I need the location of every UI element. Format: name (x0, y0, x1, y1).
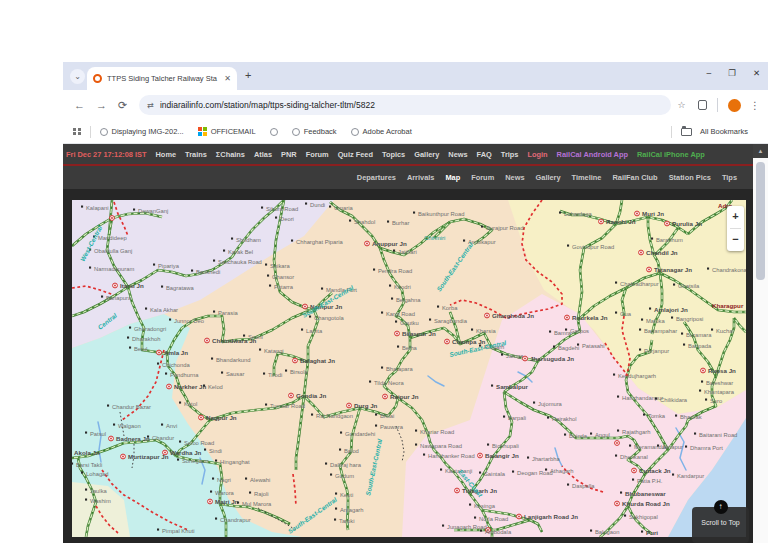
extensions-icon[interactable] (698, 100, 708, 110)
station-nav: DeparturesArrivalsMapForumNewsGalleryTim… (63, 166, 753, 189)
site-nav-item[interactable]: FAQ (477, 150, 492, 159)
site-nav-item[interactable]: Topics (382, 150, 405, 159)
junction-marker-dot (479, 455, 481, 457)
site-nav-item[interactable]: Quiz Feed (338, 150, 373, 159)
station-nav-news[interactable]: News (505, 173, 524, 182)
junction-marker-dot (518, 516, 520, 518)
map-station-label: Chilikidara (660, 397, 688, 403)
tab-search-button[interactable]: ⌄ (70, 69, 85, 84)
junction-marker-dot (168, 386, 170, 388)
map-station-label: Bilaspur Jn (402, 330, 436, 337)
map-station-label: Taroki (339, 518, 354, 524)
station-nav-timeline[interactable]: Timeline (572, 173, 602, 182)
site-nav-item[interactable]: Home (156, 150, 177, 159)
station-marker (512, 471, 514, 473)
station-marker (387, 221, 389, 223)
forward-button[interactable]: → (96, 99, 107, 111)
map-station-label: Burhar (392, 220, 409, 226)
scrollbar-thumb[interactable] (756, 162, 765, 280)
reload-button[interactable]: ⟳ (118, 99, 127, 112)
junction-marker-dot (396, 333, 398, 335)
browser-menu-icon[interactable]: ⋮ (750, 100, 760, 111)
map-station-label: Saintala (484, 471, 506, 477)
site-nav-item[interactable]: Trains (185, 150, 207, 159)
bookmark-item[interactable] (270, 128, 278, 136)
map-station-label: Wardha Jn (170, 449, 202, 456)
map-station-label: Balaghat Jn (300, 357, 335, 364)
page-content: Fri Dec 27 17:12:08 IST HomeTrainsΣChain… (63, 144, 753, 543)
junction-marker-dot (616, 442, 618, 444)
tab-close-icon[interactable]: ✕ (224, 74, 231, 83)
station-marker (429, 319, 431, 321)
bookmark-item[interactable]: Adobe Acrobat (351, 127, 412, 136)
site-nav-item[interactable]: Login (527, 150, 547, 159)
site-nav-item[interactable]: News (448, 150, 467, 159)
address-bar[interactable]: ⇄ indiarailinfo.com/station/map/ttps-sid… (139, 95, 671, 115)
window-maximize-button[interactable]: ❐ (728, 68, 736, 78)
map-station-label: Keoti (340, 492, 353, 498)
station-nav-departures[interactable]: Departures (357, 173, 396, 182)
scroll-to-top-button[interactable]: ↑ Scroll to Top (692, 507, 749, 543)
station-marker (269, 285, 271, 287)
station-nav-station-pics[interactable]: Station Pics (669, 173, 711, 182)
site-nav-item[interactable]: Forum (306, 150, 329, 159)
station-marker (577, 344, 579, 346)
station-marker (641, 319, 643, 321)
bookmark-item[interactable]: Displaying IMG-202... (100, 127, 184, 136)
map-station-label: Shikara (270, 263, 290, 269)
junction-marker-dot (566, 317, 568, 319)
station-nav-railfan-club[interactable]: RailFan Club (612, 173, 657, 182)
junction-marker-dot (446, 341, 448, 343)
site-nav-item[interactable]: PNR (281, 150, 297, 159)
site-nav-item[interactable]: RailCal Android App (557, 150, 628, 159)
bookmark-item[interactable]: Feedback (292, 127, 337, 136)
map-station-label: Chandil Jn (646, 249, 678, 256)
browser-tab[interactable]: TTPS Siding Talcher Railway Sta ✕ (87, 67, 237, 90)
map-station-label: Khurda Road Jn (622, 500, 670, 507)
map-station-label: Angul (595, 432, 610, 438)
station-marker (590, 530, 592, 532)
station-marker (675, 415, 677, 417)
junction-marker-dot (648, 269, 650, 271)
site-settings-icon[interactable]: ⇄ (147, 101, 154, 110)
site-nav-item[interactable]: Gallery (414, 150, 439, 159)
window-close-button[interactable]: ✕ (753, 68, 760, 78)
zoom-in-button[interactable]: + (727, 206, 744, 228)
url-text[interactable]: indiarailinfo.com/station/map/ttps-sidin… (160, 100, 664, 110)
all-bookmarks-button[interactable]: All Bookmarks (681, 127, 748, 136)
site-nav-item[interactable]: Atlas (254, 150, 272, 159)
map-station-label: Norla Road (479, 516, 508, 522)
globe-icon (351, 128, 359, 136)
station-nav-arrivals[interactable]: Arrivals (407, 173, 435, 182)
back-button[interactable]: ← (74, 99, 85, 111)
station-nav-map[interactable]: Map (445, 173, 460, 182)
station-nav-gallery[interactable]: Gallery (536, 173, 561, 182)
map-station-label: Itarsi Jn (120, 282, 144, 289)
window-minimize-button[interactable]: – (707, 68, 712, 78)
railway-map[interactable]: KalapaniDewanGanjMandideepObaidulla Ganj… (72, 200, 746, 537)
map-station-label: Ghutku (400, 320, 419, 326)
profile-avatar[interactable] (728, 99, 741, 112)
scrollbar-up-arrow[interactable]: ▲ (753, 144, 768, 158)
site-nav-item[interactable]: Trips (501, 150, 519, 159)
site-nav-item[interactable]: RailCal iPhone App (637, 150, 705, 159)
junction-marker-dot (486, 315, 488, 317)
map-station-label: Ghatsila (678, 283, 700, 289)
page-scrollbar[interactable]: ▲ (753, 144, 768, 543)
map-station-label: Rairakhol (552, 416, 577, 422)
bookmark-item[interactable]: OFFICEMAIL (198, 127, 256, 136)
site-nav-item[interactable]: ΣChains (216, 150, 245, 159)
bookmark-star-icon[interactable]: ☆ (677, 100, 685, 110)
map-station-label: Korba (442, 305, 458, 311)
station-marker (249, 492, 251, 494)
apps-grid-icon[interactable] (73, 128, 81, 136)
zoom-out-button[interactable]: − (727, 229, 744, 251)
map-station-label: Pauwara (380, 424, 404, 430)
station-marker (564, 434, 566, 436)
station-nav-tips[interactable]: Tips (722, 173, 737, 182)
station-marker (397, 346, 399, 348)
new-tab-button[interactable]: + (245, 70, 251, 81)
globe-icon (100, 128, 108, 136)
junction-marker-dot (294, 360, 296, 362)
station-nav-forum[interactable]: Forum (471, 173, 494, 182)
